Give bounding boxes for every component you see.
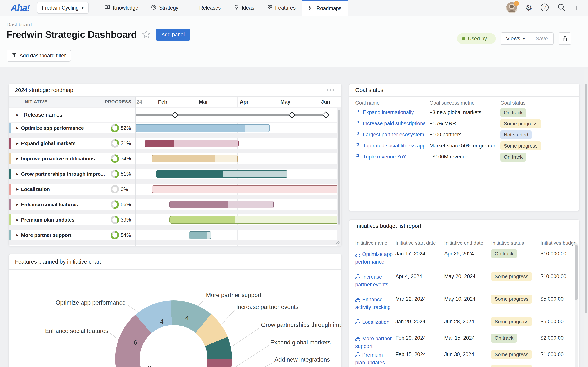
goal-link[interactable]: Expand internationally [363,107,414,118]
gantt-row[interactable]: ▸Grow partnerships through impro...51% [9,169,337,179]
share-icon [562,35,568,42]
budget-scrollbar[interactable] [575,245,578,300]
callout-increase-events: Increase partner events [236,304,299,310]
gantt-row[interactable]: ▸Localization0% [9,184,337,195]
flag-icon [355,120,361,127]
breadcrumb[interactable]: Dashboard [7,22,32,28]
end-date-cell: May 20, 2024 [444,274,476,279]
gantt-row[interactable]: ▸Expand global markets31% [9,138,337,149]
caret-right-icon[interactable]: ▸ [17,230,18,241]
gantt-row[interactable]: ▸Premium plan updates39% [9,215,337,225]
gantt-row[interactable]: ▸More partner support84% [9,230,337,241]
status-badge: Some progress [500,142,541,150]
gantt-scrollbar[interactable] [338,110,340,225]
milestone-diamond-icon[interactable] [322,111,329,118]
caret-right-icon[interactable]: ▸ [17,199,18,210]
nav-item-ideas[interactable]: Ideas [227,0,261,16]
initiative-name: Enhance social features [21,199,78,210]
panel-menu-icon[interactable]: ••• [326,87,335,93]
milestone-diamond-icon[interactable] [288,111,295,118]
callout-optimize: Optimize app performance [51,299,126,306]
caret-right-icon[interactable]: ▸ [17,184,18,195]
month-label: May [280,97,291,107]
initiative-link[interactable]: More partner support [355,336,392,349]
save-button[interactable]: Save [530,33,553,45]
goal-link[interactable]: Increase paid subscriptions [363,118,425,129]
nav-item-roadmaps[interactable]: Roadmaps [302,0,348,16]
gantt-bar[interactable] [145,140,239,147]
initiative-icon [355,251,361,257]
goal-link[interactable]: Largest partner ecosystem [363,129,424,140]
initiative-link-cell: Localization [355,318,393,326]
month-label: Jun [321,97,330,107]
initiative-link[interactable]: Localization [362,319,389,325]
nav-right: ⚙ ? + [506,2,579,13]
gantt-bar[interactable] [135,124,270,132]
flag-icon [355,109,361,116]
goal-link[interactable]: Top rated social fitness app [363,140,425,151]
help-icon[interactable]: ? [540,3,549,13]
caret-right-icon[interactable]: ▸ [17,108,18,122]
status-badge: Some progress [491,365,532,367]
caret-right-icon[interactable]: ▸ [17,123,18,133]
slice-value-optimize: 4 [160,318,164,325]
star-icon[interactable] [142,30,151,39]
gantt-row[interactable]: ▸Enhance social features56% [9,199,337,210]
goal-row: Expand internationally +3 new global mar… [349,107,579,118]
budget-col-name: Initiative name [355,240,387,246]
nav-item-features[interactable]: Features [261,0,302,16]
status-badge: Some progress [491,317,532,326]
goal-col-status: Goal status [500,100,526,106]
resize-handle-icon[interactable] [335,240,340,245]
share-button[interactable] [559,33,571,45]
start-date-cell: Apr 4, 2024 [396,274,422,279]
avatar[interactable] [506,2,517,13]
status-badge: On track [491,334,517,342]
budget-panel: Initiatives budget list report Initiativ… [349,219,579,367]
used-by-badge[interactable]: Used by... [457,33,496,44]
initiative-name: Optimize app performance [21,123,84,133]
milestone-diamond-icon[interactable] [172,111,179,118]
goal-link[interactable]: Triple revenue YoY [363,151,406,162]
gantt-bar[interactable] [152,185,337,193]
gantt-bar[interactable] [169,216,337,224]
nav-item-knowledge[interactable]: Knowledge [98,0,145,16]
initiative-icon [355,274,361,279]
aha-logo[interactable]: Aha! [11,3,30,13]
gantt-bar[interactable] [169,201,274,208]
budget-cell: $5,000.00 [541,319,563,325]
caret-right-icon[interactable]: ▸ [17,215,18,225]
gantt-bar[interactable] [152,155,238,162]
start-date-cell: Jan 17, 2024 [396,251,425,257]
caret-right-icon[interactable]: ▸ [17,169,18,179]
gear-icon[interactable]: ⚙ [525,4,532,12]
gantt-group-row[interactable]: ▸ Release names [9,108,337,122]
search-icon[interactable] [557,3,566,13]
nav-item-strategy[interactable]: Strategy [145,0,185,16]
start-date-cell: Mar 22, 2024 [396,296,426,302]
workspace-dropdown[interactable]: Fredwin Cycling ▾ [37,2,89,14]
end-date-cell: Jun 30, 2024 [444,351,474,358]
budget-cell: $1,000.00 [541,351,563,358]
gantt-bar[interactable] [189,231,211,239]
gantt-row[interactable]: ▸Improve proactive notifications74% [9,153,337,164]
gantt-bar[interactable] [156,170,287,178]
page-scrollbar[interactable] [585,84,587,314]
caret-right-icon[interactable]: ▸ [17,153,18,164]
add-panel-button[interactable]: Add panel [156,29,190,41]
budget-cell: $10,000.00 [541,274,566,279]
add-dashboard-filter-button[interactable]: Add dashboard filter [7,50,71,62]
views-button[interactable]: Views ▾ [501,33,530,45]
progress-value: 51% [121,169,131,179]
initiative-name: Expand global markets [21,138,76,149]
initiative-name: More partner support [21,230,71,241]
caret-right-icon[interactable]: ▸ [17,138,18,149]
initiative-link[interactable]: Optimize app performance [355,251,393,265]
goal-row: Triple revenue YoY +$100M revenue On tra… [349,151,579,162]
gantt-row[interactable]: ▸Optimize app performance82% [9,123,337,133]
gantt-row[interactable] [9,245,337,246]
initiative-color-chip [9,153,11,164]
gantt-column-header: INITIATIVE PROGRESS [9,97,135,107]
plus-icon[interactable]: + [574,3,579,13]
nav-item-releases[interactable]: Releases [185,0,227,16]
